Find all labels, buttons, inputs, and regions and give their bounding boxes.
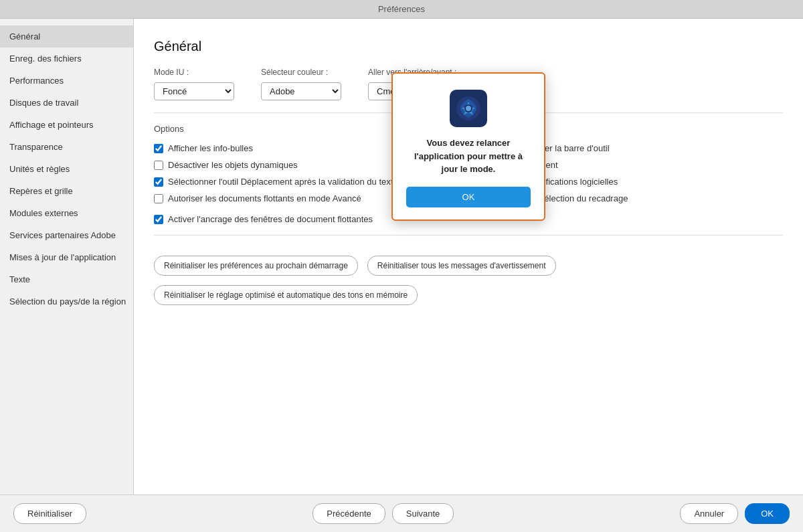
cancel-button[interactable]: Annuler (680, 503, 738, 524)
main-layout: GénéralEnreg. des fichiersPerformancesDi… (0, 19, 803, 495)
sidebar: GénéralEnreg. des fichiersPerformancesDi… (0, 19, 134, 495)
title-bar: Préférences (0, 0, 803, 19)
sidebar-item-unites[interactable]: Unités et règles (0, 158, 133, 180)
next-button[interactable]: Suivante (392, 503, 454, 524)
footer-center: Précédente Suivante (313, 503, 454, 524)
ok-button[interactable]: OK (745, 503, 790, 524)
app-icon (450, 90, 487, 127)
title-bar-label: Préférences (378, 4, 425, 14)
sidebar-item-performances[interactable]: Performances (0, 70, 133, 92)
sidebar-item-mises[interactable]: Mises à jour de l'application (0, 246, 133, 268)
footer: Réinitialiser Précédente Suivante Annule… (0, 495, 803, 532)
modal-ok-button[interactable]: OK (406, 187, 531, 207)
sidebar-item-disques[interactable]: Disques de travail (0, 92, 133, 114)
sidebar-item-general[interactable]: Général (0, 25, 133, 48)
sidebar-item-reperes[interactable]: Repères et grille (0, 180, 133, 202)
modal-box: Vous devez relancer l'application pour m… (391, 72, 545, 221)
modal-text: Vous devez relancer l'application pour m… (406, 137, 531, 176)
sidebar-item-services[interactable]: Services partenaires Adobe (0, 224, 133, 246)
footer-left: Réinitialiser (13, 503, 86, 524)
prev-button[interactable]: Précédente (313, 503, 385, 524)
reset-button[interactable]: Réinitialiser (13, 503, 86, 524)
sidebar-item-affichage[interactable]: Affichage et pointeurs (0, 114, 133, 136)
content-area: Général Mode IU : FoncéClairMoyenVif Sél… (134, 19, 803, 495)
sidebar-item-texte[interactable]: Texte (0, 268, 133, 290)
sidebar-item-enreg[interactable]: Enreg. des fichiers (0, 48, 133, 70)
svg-point-3 (466, 106, 471, 111)
sidebar-item-transparence[interactable]: Transparence (0, 136, 133, 158)
footer-right: Annuler OK (680, 503, 790, 524)
sidebar-item-modules[interactable]: Modules externes (0, 202, 133, 224)
modal-overlay: Vous devez relancer l'application pour m… (134, 19, 803, 495)
sidebar-item-selection[interactable]: Sélection du pays/de la région (0, 290, 133, 313)
